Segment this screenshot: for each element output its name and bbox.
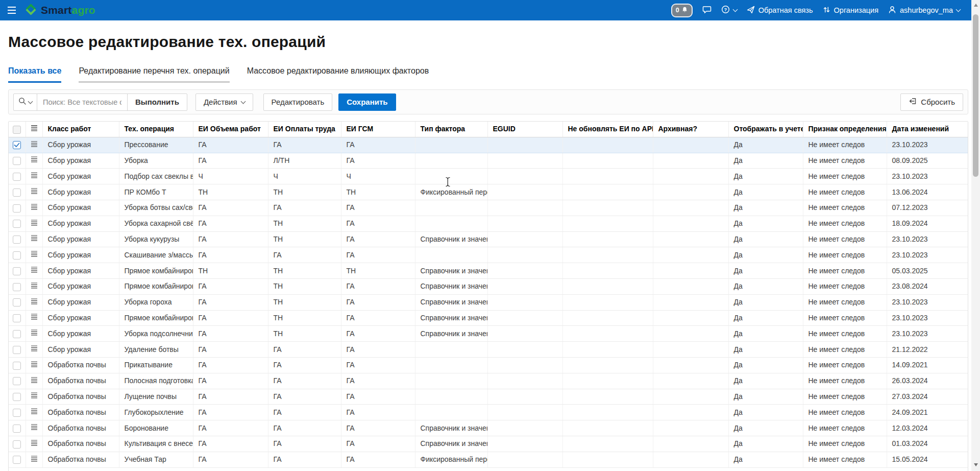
grid-cell[interactable]: 12.03.2024	[887, 420, 968, 436]
row-menu-icon[interactable]	[31, 311, 38, 325]
grid-cell[interactable]: ГА	[341, 357, 415, 373]
grid-cell[interactable]	[562, 153, 653, 169]
grid-cell[interactable]	[653, 405, 728, 420]
grid-cell[interactable]: Да	[728, 420, 803, 436]
grid-cell[interactable]: ГА	[341, 216, 415, 231]
grid-cell[interactable]	[562, 452, 653, 467]
grid-cell[interactable]: Справочник и значения	[415, 310, 487, 326]
feedback-button[interactable]: Обратная связь	[747, 6, 813, 15]
grid-cell[interactable]	[562, 405, 653, 420]
row-menu-icon[interactable]	[31, 453, 38, 467]
row-menu-icon[interactable]	[31, 374, 38, 389]
tab-mass-edit-factors[interactable]: Массовое редактирование влияющих факторо…	[247, 66, 429, 83]
grid-cell[interactable]: Не имеет следов	[803, 357, 887, 373]
scrollbar-up-arrow[interactable]	[971, 1, 980, 9]
grid-cell[interactable]: Ч	[193, 169, 268, 184]
column-header[interactable]: Отображать в учете	[728, 122, 803, 137]
grid-cell[interactable]: Справочник и значения	[415, 231, 487, 247]
grid-cell[interactable]: 26.03.2024	[887, 373, 968, 389]
grid-cell[interactable]: Прикатывание	[119, 357, 193, 373]
row-menu-header[interactable]	[26, 122, 42, 137]
column-header[interactable]: Не обновлять ЕИ по API	[562, 122, 653, 137]
grid-cell[interactable]: Сбор урожая	[42, 153, 119, 169]
grid-cell[interactable]	[487, 278, 562, 294]
grid-cell[interactable]: 14.09.2021	[887, 357, 968, 373]
grid-cell[interactable]: Не имеет следов	[803, 342, 887, 358]
grid-cell[interactable]	[487, 420, 562, 436]
row-menu-icon[interactable]	[31, 248, 38, 263]
grid-cell[interactable]: Да	[728, 184, 803, 200]
grid-cell[interactable]: 21.12.2022	[887, 342, 968, 358]
grid-cell[interactable]: Да	[728, 247, 803, 263]
column-header[interactable]: ЕИ Объема работ	[193, 122, 268, 137]
grid-cell[interactable]: Уборка подсолнечника	[119, 326, 193, 342]
grid-cell[interactable]: ТН	[193, 263, 268, 279]
grid-cell[interactable]: ГА	[193, 200, 268, 216]
grid-cell[interactable]: ГА	[193, 373, 268, 389]
grid-cell[interactable]: Скашивание з/массы	[119, 247, 193, 263]
grid-cell[interactable]: 23.10.2023	[887, 247, 968, 263]
grid-cell[interactable]: ГА	[193, 357, 268, 373]
grid-cell[interactable]	[487, 153, 562, 169]
grid-cell[interactable]	[653, 184, 728, 200]
select-all-checkbox[interactable]	[13, 126, 21, 134]
grid-cell[interactable]: Сбор урожая	[42, 184, 119, 200]
row-menu-icon[interactable]	[31, 169, 38, 184]
grid-cell[interactable]: Глубокорыхление	[119, 405, 193, 420]
row-menu-icon[interactable]	[31, 405, 38, 420]
row-menu-icon[interactable]	[31, 421, 38, 436]
table-row[interactable]: Сбор урожаяУборка горохаГАТНГАСправочник…	[9, 294, 968, 310]
grid-cell[interactable]: ТН	[268, 231, 341, 247]
grid-cell[interactable]: Уборка сахарной свёк...	[119, 216, 193, 231]
column-header[interactable]: EGUID	[487, 122, 562, 137]
grid-cell[interactable]	[487, 373, 562, 389]
grid-cell[interactable]	[653, 389, 728, 405]
grid-cell[interactable]: Не имеет следов	[803, 247, 887, 263]
row-checkbox[interactable]	[13, 393, 21, 401]
grid-cell[interactable]: Да	[728, 405, 803, 420]
grid-cell[interactable]: Сбор урожая	[42, 169, 119, 184]
grid-cell[interactable]: Не имеет следов	[803, 153, 887, 169]
grid-cell[interactable]: Сбор урожая	[42, 310, 119, 326]
grid-cell[interactable]: Да	[728, 389, 803, 405]
grid-cell[interactable]	[415, 169, 487, 184]
chat-button[interactable]	[702, 6, 712, 15]
grid-cell[interactable]: 23.10.2023	[887, 326, 968, 342]
grid-cell[interactable]	[487, 184, 562, 200]
column-header[interactable]: ЕИ Оплаты труда	[268, 122, 341, 137]
grid-cell[interactable]: ТН	[193, 184, 268, 200]
grid-cell[interactable]	[487, 200, 562, 216]
grid-cell[interactable]: Не имеет следов	[803, 184, 887, 200]
grid-cell[interactable]: Да	[728, 357, 803, 373]
grid-cell[interactable]: Справочник и значения	[415, 294, 487, 310]
grid-cell[interactable]: Да	[728, 436, 803, 452]
row-checkbox[interactable]	[13, 173, 21, 181]
grid-cell[interactable]	[653, 216, 728, 231]
grid-cell[interactable]: Л/ТН	[268, 153, 341, 169]
grid-cell[interactable]: ГА	[193, 405, 268, 420]
grid-cell[interactable]: Не имеет следов	[803, 294, 887, 310]
grid-cell[interactable]: ТН	[268, 263, 341, 279]
grid-cell[interactable]: Не имеет следов	[803, 231, 887, 247]
grid-cell[interactable]: Не имеет следов	[803, 405, 887, 420]
organization-button[interactable]: Организация	[823, 6, 878, 15]
tab-show-all[interactable]: Показать все	[8, 66, 61, 83]
row-checkbox[interactable]	[13, 157, 21, 165]
go-button[interactable]: Выполнить	[127, 93, 187, 111]
grid-cell[interactable]: Да	[728, 231, 803, 247]
grid-cell[interactable]	[415, 405, 487, 420]
grid-cell[interactable]: Обработка почвы	[42, 357, 119, 373]
grid-cell[interactable]	[562, 216, 653, 231]
grid-cell[interactable]: Да	[728, 153, 803, 169]
brand-logo[interactable]: Smartagro	[24, 3, 95, 18]
grid-cell[interactable]	[562, 200, 653, 216]
grid-cell[interactable]: ГА	[193, 326, 268, 342]
row-checkbox[interactable]	[13, 236, 21, 244]
grid-cell[interactable]: Да	[728, 326, 803, 342]
table-row[interactable]: Обработка почвыУчебная ТарГАГАГАФиксиров…	[9, 452, 968, 467]
grid-cell[interactable]: ГА	[193, 294, 268, 310]
row-menu-icon[interactable]	[31, 232, 38, 247]
table-row[interactable]: Сбор урожаяПрямое комбайниров...ГАТНГАСп…	[9, 310, 968, 326]
row-menu-icon[interactable]	[31, 358, 38, 373]
table-row[interactable]: Обработка почвыГлубокорыхлениеГАГАГАДаНе…	[9, 405, 968, 420]
